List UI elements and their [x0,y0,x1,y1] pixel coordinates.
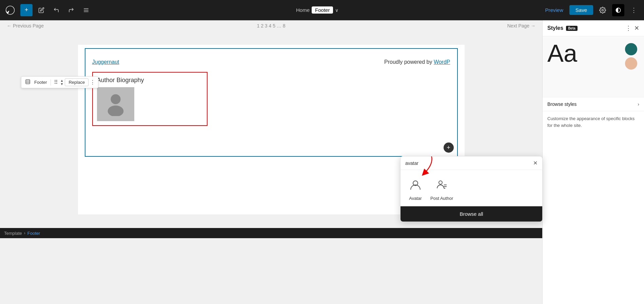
panel-close-button[interactable]: ✕ [634,24,639,32]
main-area: Footer ⠿ ▲ ▼ Replace ⋮ ← Previous Page 1… [0,20,644,304]
browse-styles-label: Browse styles [547,101,638,107]
drag-handle-icon[interactable]: ⠿ [53,78,59,87]
color-swatch-teal [625,43,637,55]
move-arrows: ▲ ▼ [60,79,64,86]
undo-button[interactable] [50,4,62,16]
breadcrumb-chevron-icon: ∨ [335,7,338,13]
styles-preview: Aa [543,36,644,97]
author-biography-block: Author Biography [92,72,208,126]
browse-styles-row[interactable]: Browse styles › [543,97,644,111]
bottom-chevron-icon: › [24,231,25,235]
edit-button[interactable] [35,4,47,16]
svg-point-11 [439,181,442,184]
panel-more-button[interactable]: ⋮ [625,24,631,32]
move-down-icon[interactable]: ▼ [60,82,64,86]
avatar-block-label: Avatar [409,196,422,201]
browse-styles-chevron-icon: › [638,101,639,107]
author-biography-title: Author Biography [97,77,203,84]
bottom-bar: Template › Footer [0,228,542,238]
breadcrumb-home: Home [296,7,310,13]
post-author-block-icon [434,177,450,193]
contrast-button[interactable] [612,4,624,16]
main-toolbar: + Home Footer ∨ Preview Save ⋮ [0,0,644,20]
redo-button[interactable] [65,4,77,16]
svg-point-4 [602,9,604,11]
prev-page[interactable]: ← Previous Page [7,23,183,28]
block-options-button[interactable]: ⋮ [90,79,95,86]
pagination-bar: ← Previous Page 1 2 3 4 5 … 8 Next Page … [0,20,542,31]
block-item-avatar[interactable]: Avatar [407,177,424,201]
color-swatch-peach [625,57,637,70]
post-author-block-label: Post Author [430,196,453,201]
add-block-inline-button[interactable]: + [444,142,454,153]
right-panel: Styles Beta ⋮ ✕ Aa Browse styles › Custo… [542,20,644,304]
wp-logo [4,4,16,16]
svg-point-8 [111,94,120,104]
block-results: Avatar [401,170,542,206]
toolbar-right: Preview Save ⋮ [542,4,640,16]
next-page[interactable]: Next Page → [359,23,535,28]
browse-all-button[interactable]: Browse all [401,206,542,222]
block-picker-overlay: ✕ Avatar [400,156,543,222]
beta-badge: Beta [566,26,578,31]
breadcrumb-nav: Home Footer ∨ [95,6,540,14]
breadcrumb-footer-link[interactable]: Footer [27,231,40,236]
settings-button[interactable] [597,4,609,16]
styles-preview-aa: Aa [547,40,577,67]
page-numbers: 1 2 3 4 5 … 8 [183,23,359,28]
canvas-content: Juggernaut Proudly powered by WordP Auth… [85,48,458,157]
replace-button[interactable]: Replace [65,78,89,86]
block-item-post-author[interactable]: Post Author [430,177,453,201]
powered-by: Proudly powered by WordP [384,59,450,65]
breadcrumb-footer[interactable]: Footer [312,6,333,14]
move-up-icon[interactable]: ▲ [60,79,64,82]
add-block-button[interactable]: + [20,4,33,16]
block-search-clear-button[interactable]: ✕ [533,160,538,166]
more-options-button[interactable]: ⋮ [628,4,640,16]
preview-button[interactable]: Preview [542,6,566,14]
footer-block-icon [24,78,32,87]
block-toolbar: Footer ⠿ ▲ ▼ Replace ⋮ [21,76,98,88]
wordpress-link[interactable]: WordP [434,59,450,65]
save-button[interactable]: Save [569,5,593,15]
breadcrumb-template: Template [4,231,22,236]
svg-rect-5 [26,80,30,84]
menu-button[interactable] [80,4,92,16]
powered-text: Proudly powered by [384,59,432,65]
author-avatar-placeholder [97,87,134,121]
customize-text: Customize the appearance of specific blo… [543,111,644,133]
panel-title: Styles [547,25,563,31]
panel-header: Styles Beta ⋮ ✕ [543,20,644,36]
block-toolbar-label: Footer [33,80,48,85]
separator [51,79,51,86]
svg-point-9 [108,106,123,116]
